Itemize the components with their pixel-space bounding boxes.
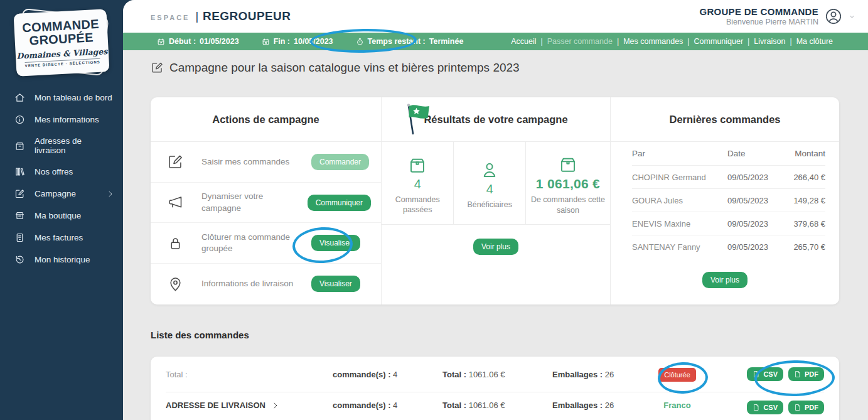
start-date: 01/05/2023 — [200, 37, 239, 46]
commandes-count: commande(s) : 4 — [323, 370, 432, 379]
package-icon — [407, 155, 427, 175]
campaign-end-chip: Fin : 10/05/2023 — [262, 37, 333, 46]
communiquer-button[interactable]: Communiquer — [308, 195, 371, 211]
latest-orders-header: Par Date Montant — [632, 142, 825, 165]
pdf-button[interactable]: PDF — [788, 401, 824, 414]
start-label: Début : — [169, 37, 196, 46]
sidebar-item-label: Mon historique — [35, 255, 90, 264]
sidebar-item-factures[interactable]: Mes factures — [0, 227, 123, 249]
sidebar: COMMANDE GROUPÉE Domaines & Villages VEN… — [0, 0, 123, 420]
person-icon — [480, 160, 500, 180]
stopwatch-icon — [356, 38, 364, 46]
export-buttons: CSV PDF — [747, 367, 824, 381]
history-icon — [14, 254, 25, 265]
nav-separator: | — [687, 37, 689, 46]
pin-icon — [167, 276, 184, 293]
order-date: 09/05/2023 — [727, 242, 788, 252]
stat-beneficiaires: 4 Bénéficiaires — [453, 142, 525, 224]
commander-button[interactable]: Commander — [311, 154, 369, 170]
user-avatar-icon[interactable] — [824, 7, 843, 26]
megaphone-icon — [167, 194, 184, 211]
stat-label: Commandes passées — [382, 195, 453, 215]
user-block[interactable]: GROUPE DE COMMANDE Bienvenue Pierre MART… — [699, 6, 855, 26]
sidebar-item-offres[interactable]: Nos offres — [0, 161, 123, 183]
file-icon — [753, 370, 760, 378]
sidebar-item-adresses[interactable]: Adresses de livraison — [0, 131, 123, 161]
calendar-check-icon — [157, 38, 165, 46]
results-stats: 4 Commandes passées 4 Bénéficiaires 1 06… — [382, 142, 610, 225]
sidebar-item-label: Mes factures — [35, 233, 83, 242]
latest-orders-title: Dernières commandes — [611, 97, 839, 142]
voir-plus-results-button[interactable]: Voir plus — [473, 239, 518, 255]
sidebar-item-label: Campagne — [35, 189, 76, 198]
home-icon — [14, 92, 25, 103]
total-row-label: Total : — [166, 370, 323, 379]
edit-icon — [14, 188, 25, 199]
sidebar-item-label: Nos offres — [35, 167, 73, 176]
total-amount: Total : 1061.06 € — [432, 370, 542, 379]
action-label: Dynamiser votre campagne — [201, 191, 301, 213]
nav-accueil[interactable]: Accueil — [511, 37, 536, 46]
package-icon — [14, 141, 25, 151]
sidebar-item-campagne[interactable]: Campagne — [0, 183, 123, 205]
order-montant: 265,70 € — [788, 242, 825, 252]
page-title-band: Campagne pour la saison catalogue vins e… — [123, 50, 868, 85]
visualiser-livraison-button[interactable]: Visualiser — [311, 276, 360, 292]
voir-plus-orders-button[interactable]: Voir plus — [702, 272, 747, 288]
latest-orders-card: Dernières commandes Par Date Montant CHO… — [610, 97, 839, 304]
edit-icon — [167, 153, 184, 170]
campaign-start-chip: Début : 01/05/2023 — [157, 37, 239, 46]
orders-total-row: Total : commande(s) : 4 Total : 1061.06 … — [166, 357, 824, 392]
action-row-dynamiser: Dynamiser votre campagne Communiquer — [151, 183, 381, 223]
nav-passer-commande[interactable]: Passer commande — [547, 37, 613, 46]
sidebar-item-tableau-de-bord[interactable]: Mon tableau de bord — [0, 87, 123, 109]
order-date: 09/05/2023 — [727, 219, 788, 229]
role-label: REGROUPEUR — [203, 9, 291, 23]
campaign-nav: Accueil | Passer commande | Mes commande… — [511, 37, 833, 46]
end-date: 10/05/2023 — [294, 37, 333, 46]
latest-orders-table: Par Date Montant CHOPINR Germand 09/05/2… — [611, 142, 839, 258]
total-amount: Total : 1061.06 € — [432, 401, 542, 410]
sidebar-item-boutique[interactable]: Ma boutique — [0, 205, 123, 227]
action-label: Informations de livraison — [201, 278, 305, 289]
nav-mes-commandes[interactable]: Mes commandes — [623, 37, 683, 46]
flag-icon — [400, 102, 433, 136]
group-title: GROUPE DE COMMANDE — [699, 6, 818, 17]
pdf-button[interactable]: PDF — [788, 367, 824, 381]
nav-ma-cloture[interactable]: Ma clôture — [796, 37, 833, 46]
nav-communiquer[interactable]: Communiquer — [694, 37, 744, 46]
file-icon — [794, 404, 801, 411]
top-bar: ESPACE|REGROUPEUR GROUPE DE COMMANDE Bie… — [123, 0, 868, 33]
csv-button[interactable]: CSV — [747, 367, 783, 381]
results-card: Résultats de votre campagne 4 Commandes … — [381, 97, 610, 304]
address-row-label[interactable]: ADRESSE DE LIVRAISON — [166, 401, 323, 410]
sidebar-item-informations[interactable]: Mes informations — [0, 109, 123, 131]
csv-button[interactable]: CSV — [747, 401, 783, 414]
action-label: Clôturer ma commande groupée — [201, 232, 305, 254]
sidebar-item-historique[interactable]: Mon historique — [0, 249, 123, 271]
table-row: SANTENAY Fanny 09/05/2023 265,70 € — [632, 235, 825, 258]
nav-separator: | — [617, 37, 619, 46]
invoice-icon — [14, 232, 25, 243]
order-par: CHOPINR Germand — [632, 173, 727, 182]
orders-list-card: Total : commande(s) : 4 Total : 1061.06 … — [151, 357, 839, 420]
chevron-down-icon[interactable] — [849, 13, 855, 20]
calendar-x-icon — [262, 38, 270, 46]
status-cell: Franco — [663, 401, 690, 410]
visualiser-cloture-button[interactable]: Visualiser — [311, 235, 360, 251]
nav-separator: | — [540, 37, 542, 46]
orders-list-title: Liste des commandes — [151, 330, 839, 340]
nav-livraison[interactable]: Livraison — [754, 37, 785, 46]
commandes-count: commande(s) : 4 — [323, 401, 432, 410]
stat-commandes-passees: 4 Commandes passées — [382, 142, 453, 224]
user-texts: GROUPE DE COMMANDE Bienvenue Pierre MART… — [699, 6, 818, 26]
action-row-cloturer: Clôturer ma commande groupée Visualiser — [151, 223, 381, 264]
time-remaining-chip: Temps restant : Terminée — [356, 37, 464, 46]
order-par: ENEVIS Maxine — [632, 219, 727, 229]
edit-icon[interactable] — [151, 61, 164, 74]
order-montant: 379,68 € — [788, 219, 825, 229]
stat-label: De commandes cette saison — [530, 195, 606, 215]
table-row: CHOPINR Germand 09/05/2023 266,40 € — [632, 165, 825, 188]
order-par: GOURA Jules — [632, 196, 727, 205]
stat-label: Bénéficiaires — [467, 200, 512, 210]
